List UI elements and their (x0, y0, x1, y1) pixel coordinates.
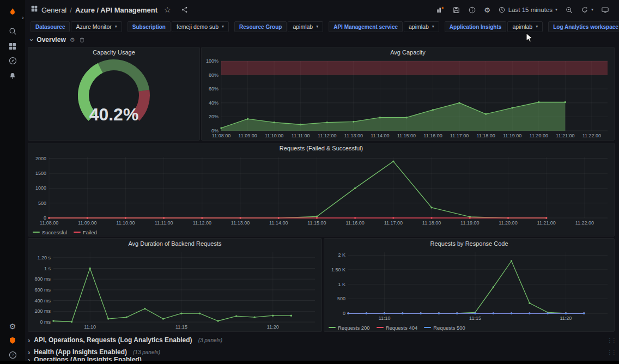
svg-text:0 ms: 0 ms (40, 319, 51, 325)
dashboard-info-button[interactable] (465, 3, 480, 17)
filter-value-dropdown[interactable]: femeji demo sub▾ (172, 21, 229, 32)
configuration-gear-icon[interactable]: ⚙ (5, 319, 20, 333)
explore-compass-icon[interactable] (5, 53, 20, 68)
row-delete-trash-icon[interactable] (79, 37, 85, 43)
legend-label: Requests 200 (338, 325, 370, 331)
svg-text:?: ? (11, 353, 14, 357)
filter-resource-group: Resource Group apimlab▾ (234, 21, 323, 32)
mouse-cursor (525, 33, 535, 43)
filter-value-dropdown[interactable]: apimlab▾ (507, 21, 543, 32)
caret-down-icon: ▾ (591, 8, 593, 12)
avg-duration-chart[interactable]: 0 ms200 ms400 ms600 ms800 ms1 s1.20 s11:… (28, 248, 321, 330)
caret-down-icon: ▾ (316, 25, 318, 29)
svg-text:1 K: 1 K (338, 282, 345, 287)
legend-label: Successful (42, 229, 67, 235)
filter-value-dropdown[interactable]: Azure Monitor▾ (71, 21, 122, 32)
admin-shield-icon[interactable] (5, 333, 20, 348)
svg-text:11:17:00: 11:17:00 (450, 133, 469, 138)
collapsed-row-log-analytics[interactable]: › API, Operations, Requests (Log Analyti… (28, 335, 616, 345)
svg-text:11:09:00: 11:09:00 (238, 133, 257, 138)
row-title[interactable]: Overview (37, 36, 65, 44)
caret-down-icon: ▾ (115, 25, 117, 29)
filter-value-dropdown[interactable]: apimlab▾ (404, 21, 439, 32)
svg-text:11:18:00: 11:18:00 (422, 220, 441, 226)
svg-text:11:22:00: 11:22:00 (582, 133, 601, 138)
kiosk-mode-button[interactable] (598, 3, 612, 17)
filter-label: Application Insights (445, 21, 507, 32)
monitor-icon (601, 6, 609, 14)
save-dashboard-button[interactable] (449, 3, 464, 17)
svg-text:11:19:00: 11:19:00 (503, 133, 521, 138)
grafana-logo-icon[interactable] (5, 4, 20, 21)
svg-text:11:16:00: 11:16:00 (345, 220, 364, 226)
filter-label: API Management service (329, 21, 403, 32)
panel-requests-by-response-code: Requests by Response Code 05001 K1.50 K2… (324, 238, 615, 332)
requests-chart[interactable]: 050010001500200011:08:0011:09:0011:10:00… (28, 153, 614, 226)
svg-text:11:10: 11:10 (84, 324, 96, 330)
legend-item[interactable]: Requests 200 (329, 325, 370, 331)
filter-value-dropdown[interactable]: apimlab▾ (288, 21, 323, 32)
svg-text:20%: 20% (209, 114, 219, 119)
zoom-out-icon (565, 6, 573, 14)
favorite-star-button[interactable]: ☆ (161, 3, 174, 17)
dashboards-grid-icon[interactable] (5, 39, 20, 53)
svg-text:2 K: 2 K (338, 252, 345, 258)
svg-text:11:15: 11:15 (469, 316, 481, 321)
drag-handle-icon[interactable]: ⋮⋮ (607, 337, 616, 343)
legend-swatch (33, 232, 40, 233)
chart-legend: SuccessfulFailed (28, 228, 614, 236)
svg-text:11:12:00: 11:12:00 (318, 133, 336, 138)
row-settings-gear-icon[interactable]: ⚙ (70, 37, 75, 43)
add-panel-button[interactable] (433, 3, 448, 17)
filter-value: apimlab (512, 23, 532, 30)
svg-text:400 ms: 400 ms (34, 298, 51, 304)
help-icon[interactable]: ? (5, 348, 20, 362)
panel-title[interactable]: Avg Duration of Backend Requests (28, 239, 321, 248)
legend-item[interactable]: Requests 404 (377, 325, 418, 331)
search-icon[interactable] (5, 24, 20, 39)
svg-text:500: 500 (38, 201, 46, 206)
filter-label: Log Analytics workspace (548, 21, 619, 32)
svg-text:11:22:00: 11:22:00 (575, 220, 594, 226)
row-title[interactable]: API, Operations, Requests (Log Analytics… (34, 336, 192, 344)
svg-text:11:18:00: 11:18:00 (476, 133, 495, 138)
legend-item[interactable]: Successful (33, 229, 67, 235)
filter-apim-service: API Management service apimlab▾ (329, 21, 439, 32)
panel-avg-duration: Avg Duration of Backend Requests 0 ms200… (28, 238, 322, 332)
svg-text:1500: 1500 (35, 171, 46, 176)
sidebar: ⚙ ? (0, 0, 25, 364)
svg-text:200 ms: 200 ms (34, 308, 51, 314)
legend-item[interactable]: Failed (74, 229, 97, 235)
svg-text:11:12:00: 11:12:00 (193, 220, 211, 226)
sidebar-expand-icon[interactable]: › (22, 14, 24, 21)
bottom-strip (0, 361, 619, 364)
alerting-bell-icon[interactable] (5, 68, 20, 83)
response-code-chart[interactable]: 05001 K1.50 K2 K11:1011:1511:20 (324, 248, 614, 321)
svg-text:800 ms: 800 ms (34, 276, 51, 282)
main-area: General / Azure / API Management ☆ ⚙ (25, 0, 619, 364)
chevron-right-icon: › (28, 337, 30, 344)
svg-text:11:21:00: 11:21:00 (537, 220, 555, 226)
breadcrumb-section[interactable]: General (41, 6, 66, 14)
svg-text:11:14:00: 11:14:00 (269, 220, 288, 226)
panel-title[interactable]: Requests (Failed & Successful) (28, 143, 614, 153)
refresh-button[interactable]: ▾ (578, 3, 597, 17)
zoom-out-button[interactable] (562, 3, 576, 17)
svg-text:11:21:00: 11:21:00 (556, 133, 574, 138)
dashboard-settings-button[interactable]: ⚙ (481, 3, 494, 17)
svg-text:2000: 2000 (35, 156, 46, 161)
svg-text:1000: 1000 (35, 185, 46, 191)
filter-label: Subscription (128, 21, 171, 32)
svg-text:11:13:00: 11:13:00 (344, 133, 363, 138)
time-range-picker[interactable]: Last 15 minutes ▾ (495, 3, 561, 17)
svg-text:11:15:00: 11:15:00 (397, 133, 416, 138)
legend-item[interactable]: Requests 500 (424, 325, 465, 331)
panel-title[interactable]: Requests by Response Code (324, 239, 614, 248)
svg-text:40.2%: 40.2% (89, 105, 139, 124)
panel-title[interactable]: Avg Capacity (202, 47, 614, 57)
panel-title[interactable]: Capacity Usage (28, 47, 199, 57)
breadcrumb-title[interactable]: Azure / API Management (75, 6, 157, 14)
avg-capacity-chart[interactable]: 0%20%40%60%80%100%11:08:0011:09:0011:10:… (202, 57, 614, 139)
share-button[interactable] (178, 3, 192, 17)
filter-app-insights: Application Insights apimlab▾ (445, 21, 543, 32)
